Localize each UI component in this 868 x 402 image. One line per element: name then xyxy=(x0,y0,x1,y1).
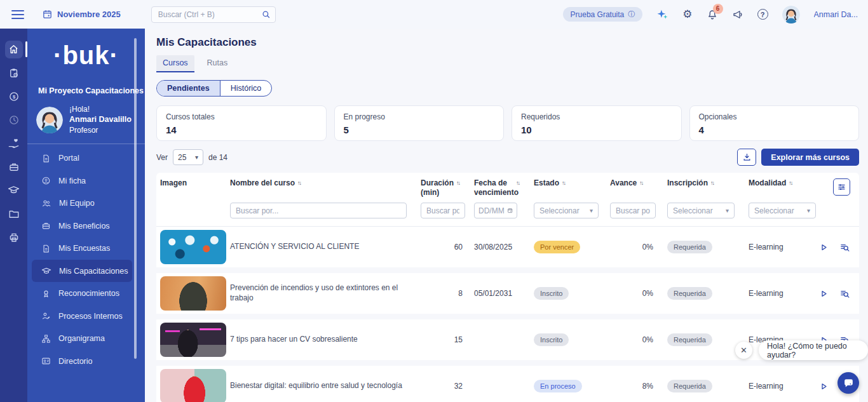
sidebar-item-procesos-internos[interactable]: Procesos Internos xyxy=(27,305,145,328)
rail-documents[interactable] xyxy=(0,202,27,225)
stat-card-en-progreso: En progreso 5 xyxy=(334,105,505,141)
sidebar-scrollbar[interactable] xyxy=(134,38,137,359)
avatar[interactable] xyxy=(36,107,63,133)
col-modalidad[interactable]: Modalidad↑↓ xyxy=(737,178,808,187)
status-badge: En proceso xyxy=(534,380,582,392)
filter-nombre-input[interactable] xyxy=(230,203,407,218)
sidebar-item-mis-beneficios[interactable]: Mis Beneficios xyxy=(27,215,145,238)
filter-modalidad-select[interactable]: Seleccionar▾ xyxy=(749,203,816,218)
user-name[interactable]: Anmari Da... xyxy=(814,10,858,19)
table-row: Bienestar digital: equilibrio entre salu… xyxy=(156,366,859,402)
col-avance[interactable]: Avance↑↓ xyxy=(605,178,656,187)
rail-home[interactable] xyxy=(0,37,27,61)
sidebar-item-organigrama[interactable]: Organigrama xyxy=(27,327,145,350)
pagesize-select[interactable]: 25 ▾ xyxy=(173,149,203,165)
course-progress: 0% xyxy=(605,335,656,344)
play-course-icon[interactable] xyxy=(818,242,829,253)
col-inscripcion[interactable]: Inscripción↑↓ xyxy=(656,178,737,187)
buk-logo: ·buk· xyxy=(27,29,145,70)
course-thumbnail[interactable] xyxy=(160,323,226,357)
chat-greeting-bubble[interactable]: Hola! ¿Cómo te puedo ayudar? xyxy=(759,340,868,360)
rail-benefits[interactable] xyxy=(0,131,27,155)
filter-avance-input[interactable] xyxy=(610,203,656,218)
course-thumbnail[interactable] xyxy=(160,276,226,311)
sort-icon: ↑↓ xyxy=(297,180,301,186)
settings-gear-icon[interactable]: ⚙ xyxy=(682,9,692,20)
course-modality: E-learning xyxy=(737,243,808,251)
sort-icon: ↑↓ xyxy=(516,180,519,187)
people-icon xyxy=(41,198,51,208)
tab-cursos[interactable]: Cursos xyxy=(156,55,194,72)
course-due-date: 30/08/2025 xyxy=(466,243,529,251)
status-badge: Por vencer xyxy=(534,241,580,253)
course-thumbnail[interactable] xyxy=(160,230,226,264)
sliders-icon xyxy=(837,182,846,192)
sidebar-item-mis-encuestas[interactable]: Mis Encuestas xyxy=(27,237,145,260)
notifications-bell[interactable]: 6 xyxy=(707,9,718,20)
column-settings-button[interactable] xyxy=(833,178,850,196)
pagesize-label: Ver xyxy=(156,153,168,162)
col-nombre[interactable]: Nombre del curso↑↓ xyxy=(230,178,416,187)
search-icon[interactable] xyxy=(261,10,271,19)
rail-talent[interactable] xyxy=(0,155,27,178)
sort-icon: ↑↓ xyxy=(710,180,714,186)
period-picker[interactable]: Noviembre 2025 xyxy=(42,9,121,20)
download-button[interactable] xyxy=(737,149,756,166)
view-details-icon[interactable] xyxy=(839,242,850,253)
download-icon xyxy=(742,152,752,162)
col-estado[interactable]: Estado↑↓ xyxy=(529,178,605,187)
tabs: Cursos Rutas xyxy=(156,55,859,72)
course-progress: 0% xyxy=(605,243,656,251)
hamburger-menu-icon[interactable] xyxy=(11,10,24,19)
announcements-megaphone-icon[interactable] xyxy=(732,9,743,20)
sidebar-item-directorio[interactable]: Directorio xyxy=(27,350,145,373)
graduation-cap-icon xyxy=(8,184,20,196)
course-thumbnail[interactable] xyxy=(160,369,226,402)
profile-role: Profesor xyxy=(69,125,132,135)
page-title: Mis Capacitaciones xyxy=(156,36,859,49)
enrollment-badge: Requerida xyxy=(667,241,712,253)
chat-close-button[interactable]: ✕ xyxy=(735,342,752,359)
sidebar-item-reconocimientos[interactable]: Reconocimientos xyxy=(27,282,145,305)
explore-courses-button[interactable]: Explorar más cursos xyxy=(761,149,859,166)
filter-row: DD/MM Seleccionar▾ Seleccionar▾ Seleccio… xyxy=(156,203,859,218)
stat-card-total: Cursos totales 14 xyxy=(156,105,327,141)
sort-icon: ↑↓ xyxy=(562,180,565,186)
col-fecha[interactable]: Fecha de vencimiento↑↓ xyxy=(466,178,529,198)
printer-icon xyxy=(8,232,20,243)
help-icon[interactable]: ? xyxy=(757,9,768,20)
sort-icon: ↑↓ xyxy=(639,180,642,186)
play-course-icon[interactable] xyxy=(818,381,829,392)
person-circle-icon xyxy=(41,176,51,185)
rail-assets[interactable] xyxy=(0,225,27,249)
view-details-icon[interactable] xyxy=(839,288,850,299)
toggle-historico[interactable]: Histórico xyxy=(220,81,272,96)
sidebar-item-portal[interactable]: Portal xyxy=(27,147,145,170)
filter-estado-select[interactable]: Seleccionar▾ xyxy=(534,203,599,218)
course-duration: 8 xyxy=(416,289,466,298)
sidebar-item-mis-capacitaciones[interactable]: Mis Capacitaciones xyxy=(32,260,132,283)
col-duracion[interactable]: Duración (min)↑↓ xyxy=(416,178,466,198)
filter-fecha-datepicker[interactable]: DD/MM xyxy=(474,203,517,218)
rail-time[interactable] xyxy=(0,108,27,131)
enrollment-badge: Requerida xyxy=(667,287,712,300)
search-input[interactable] xyxy=(151,6,276,23)
tab-rutas[interactable]: Rutas xyxy=(201,55,234,72)
rail-payroll[interactable] xyxy=(0,84,27,108)
ai-sparkle-icon[interactable] xyxy=(656,8,668,20)
course-name: ATENCIÓN Y SERVICIO AL CLIENTE xyxy=(230,242,416,252)
rail-training[interactable] xyxy=(0,178,27,202)
filter-inscripcion-select[interactable]: Seleccionar▾ xyxy=(667,203,735,218)
sidebar-item-mi-equipo[interactable]: Mi Equipo xyxy=(27,192,145,215)
rail-attendance[interactable] xyxy=(0,61,27,84)
chat-launcher-button[interactable] xyxy=(837,372,859,394)
filter-duracion-input[interactable] xyxy=(421,203,465,218)
briefcase-icon xyxy=(8,161,20,173)
sidebar-item-mi-ficha[interactable]: Mi ficha xyxy=(27,170,145,192)
briefcase-icon xyxy=(41,221,51,231)
trial-badge[interactable]: Prueba Gratuita ⓘ xyxy=(563,7,643,22)
toggle-pendientes[interactable]: Pendientes xyxy=(157,81,220,96)
user-avatar[interactable] xyxy=(782,6,800,23)
play-course-icon[interactable] xyxy=(818,288,829,299)
coin-dollar-icon xyxy=(8,91,20,102)
